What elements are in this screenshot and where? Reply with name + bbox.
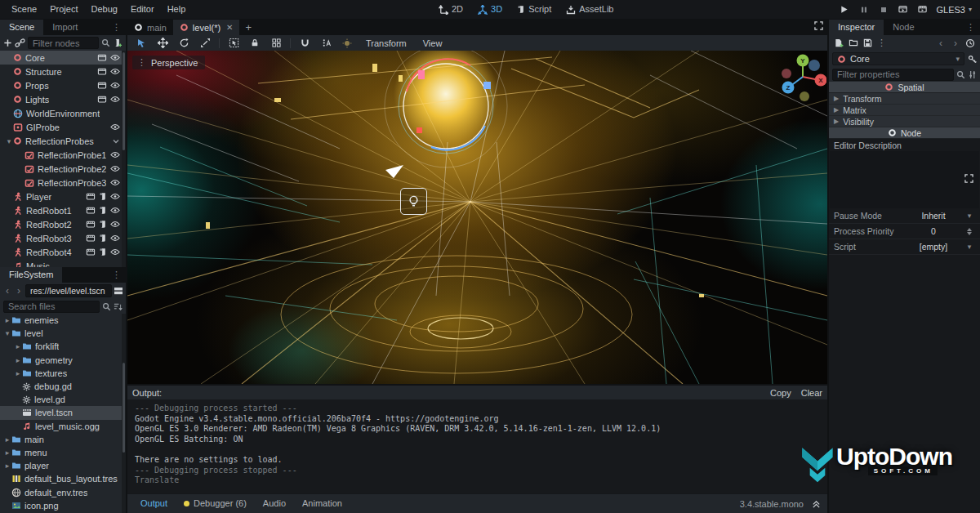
bottom-tab-audio[interactable]: Audio <box>256 494 292 513</box>
add-node-button[interactable] <box>3 38 12 47</box>
move-tool-button[interactable] <box>153 36 172 50</box>
visibility-eye-icon[interactable] <box>110 220 120 229</box>
history-icon[interactable] <box>965 38 975 48</box>
viewport-menu-view[interactable]: View <box>416 38 450 48</box>
sort-files-button[interactable] <box>114 302 122 311</box>
distraction-free-button[interactable] <box>814 21 823 30</box>
visibility-eye-icon[interactable] <box>110 206 120 215</box>
scene-dock-menu-icon[interactable]: ⋮ <box>107 20 126 35</box>
copy-button[interactable]: Copy <box>770 388 791 398</box>
tree-caret[interactable]: ▾ <box>5 137 13 145</box>
tree-caret[interactable]: ▸ <box>3 462 11 470</box>
file-row[interactable]: ▸menu <box>0 446 126 459</box>
instanced-scene-icon[interactable] <box>86 248 96 256</box>
stop-button[interactable] <box>875 2 893 18</box>
scene-tree-row[interactable]: RedRobot4 <box>0 245 126 259</box>
scene-tree-row[interactable]: ReflectionProbe2 <box>0 162 126 176</box>
file-row[interactable]: ▸forklift <box>0 340 126 353</box>
playcustom-button[interactable] <box>914 2 932 18</box>
file-row[interactable]: ▸enemies <box>0 314 126 327</box>
save-resource-button[interactable] <box>863 38 872 47</box>
menu-scene[interactable]: Scene <box>5 0 43 19</box>
group-tool-button[interactable] <box>266 36 286 50</box>
instanced-scene-icon[interactable] <box>97 95 107 104</box>
mode-script-button[interactable]: Script <box>511 0 557 19</box>
attached-script-icon[interactable] <box>99 220 107 229</box>
attached-script-icon[interactable] <box>99 234 107 243</box>
inspector-tab-inspector[interactable]: Inspector <box>829 20 884 35</box>
property-row[interactable]: Process Priority0 <box>829 224 980 239</box>
sun-tool-button[interactable] <box>337 36 357 50</box>
property-group-visibility[interactable]: ▶Visibility <box>829 116 980 127</box>
tree-caret[interactable]: ▸ <box>14 369 22 377</box>
section-spatial[interactable]: Spatial <box>829 82 980 93</box>
visibility-eye-icon[interactable] <box>110 81 120 90</box>
visibility-eye-icon[interactable] <box>110 67 120 76</box>
scene-tree-row[interactable]: ReflectionProbe3 <box>0 176 126 190</box>
scene-tree-row[interactable]: RedRobot2 <box>0 217 126 231</box>
select-tool-button[interactable] <box>131 36 151 50</box>
menu-editor[interactable]: Editor <box>124 0 161 19</box>
file-row[interactable]: default_bus_layout.tres <box>0 472 126 485</box>
lock-tool-button[interactable] <box>245 36 265 50</box>
perspective-menu[interactable]: ⋮ Perspective <box>132 56 205 69</box>
file-row[interactable]: level_music.ogg <box>0 420 126 433</box>
playscene-button[interactable] <box>894 2 912 18</box>
mode-assetlib-button[interactable]: AssetLib <box>560 0 619 19</box>
history-back-button[interactable]: ‹ <box>2 285 12 297</box>
search-files-input[interactable] <box>3 301 100 313</box>
instanced-scene-icon[interactable] <box>97 67 107 76</box>
rotate-tool-button[interactable] <box>174 36 194 50</box>
file-row[interactable]: ▾level <box>0 327 126 340</box>
new-scene-tab-button[interactable]: + <box>239 20 257 35</box>
history-forward-button[interactable]: › <box>14 285 24 297</box>
tree-caret[interactable]: ▸ <box>3 448 11 457</box>
new-resource-button[interactable] <box>834 38 844 48</box>
scene-tree-row[interactable]: Core <box>0 51 126 65</box>
tree-caret[interactable]: ▸ <box>14 356 22 364</box>
filter-nodes-input[interactable] <box>28 37 99 49</box>
object-key-icon[interactable] <box>968 55 977 64</box>
scene-tree-row[interactable]: RedRobot1 <box>0 203 126 217</box>
chevron-down-icon[interactable]: ▾ <box>964 243 975 251</box>
tree-caret[interactable]: ▸ <box>3 316 11 324</box>
file-row[interactable]: level.tscn <box>0 406 126 419</box>
scene-tree-row[interactable]: Music <box>0 259 126 267</box>
scene-tree-row[interactable]: RedRobot3 <box>0 231 126 245</box>
axis-orientation-gizmo[interactable]: Y X Z <box>779 52 826 105</box>
visibility-eye-icon[interactable] <box>110 248 120 256</box>
visibility-eye-icon[interactable] <box>110 178 120 187</box>
property-row[interactable]: Pause ModeInherit▾ <box>829 208 980 224</box>
scene-tree-row[interactable]: ReflectionProbe1 <box>0 148 126 162</box>
scene-tree-scrollbar[interactable] <box>122 51 126 267</box>
property-group-matrix[interactable]: ▶Matrix <box>829 105 980 116</box>
scale-tool-button[interactable] <box>195 36 215 50</box>
listsel-tool-button[interactable] <box>224 36 243 50</box>
scene-tab-level[interactable]: level(*)✕ <box>173 20 240 35</box>
tree-caret[interactable]: ▸ <box>14 342 22 350</box>
visibility-eye-icon[interactable] <box>110 192 120 201</box>
spinner-control[interactable] <box>964 228 975 235</box>
chevdown-icon[interactable] <box>112 137 120 145</box>
instanced-scene-icon[interactable] <box>97 53 107 62</box>
skeleton-tool-button[interactable] <box>316 36 336 50</box>
property-row[interactable]: Script[empty]▾ <box>829 239 980 255</box>
file-row[interactable]: ▸main <box>0 433 126 446</box>
attached-script-icon[interactable] <box>99 248 107 256</box>
instanced-scene-icon[interactable] <box>86 192 96 201</box>
attached-script-icon[interactable] <box>99 192 107 201</box>
visibility-eye-icon[interactable] <box>110 234 120 243</box>
scene-tree-row[interactable]: Player <box>0 190 126 203</box>
property-tools-icon[interactable] <box>968 70 977 79</box>
expand-description-button[interactable] <box>964 174 973 183</box>
file-row[interactable]: ▸textures <box>0 367 126 380</box>
scene-tab-main[interactable]: main <box>127 20 173 35</box>
filesystem-menu-icon[interactable]: ⋮ <box>107 267 126 283</box>
pause-button[interactable] <box>855 2 873 18</box>
instanced-scene-icon[interactable] <box>97 81 107 90</box>
menu-help[interactable]: Help <box>161 0 193 19</box>
visibility-eye-icon[interactable] <box>110 95 120 104</box>
mode-2d-button[interactable]: 2D <box>433 0 469 19</box>
property-group-transform[interactable]: ▶Transform <box>829 93 980 105</box>
file-row[interactable]: default_env.tres <box>0 485 126 498</box>
